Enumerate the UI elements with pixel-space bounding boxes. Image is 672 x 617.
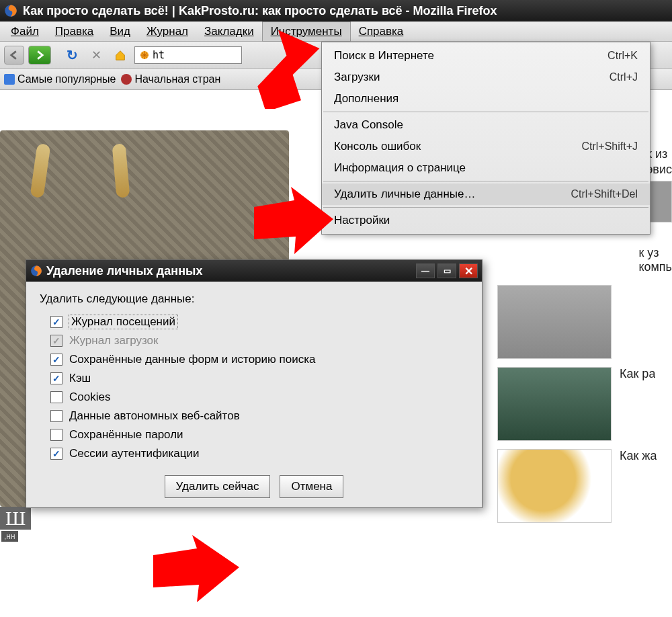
annotation-arrow-2 [254, 187, 335, 261]
checkbox-row: Журнал загрузок [40, 331, 468, 350]
bookmark-popular[interactable]: Самые популярные [4, 73, 116, 85]
dialog-title: Удаление личных данных [46, 264, 202, 278]
window-titlebar: Как просто сделать всё! | KakProsto.ru: … [0, 0, 672, 22]
checkbox-label: Сохранённые пароли [69, 428, 183, 442]
bookmark-icon [121, 74, 132, 85]
checkbox-row[interactable]: Сохранённые данные форм и историю поиска [40, 350, 468, 369]
menu-item-shortcut: Ctrl+K [607, 50, 638, 62]
menu-item-shortcut: Ctrl+Shift+Del [571, 188, 638, 200]
checkbox[interactable] [50, 391, 62, 403]
menu-item-label: Консоль ошибок [334, 140, 421, 153]
thumb-label: Как жа [620, 449, 657, 463]
menu-item[interactable]: Информация о странице [322, 157, 650, 179]
menu-item-label: Информация о странице [334, 161, 466, 175]
thumb-label: Как ра [620, 367, 655, 381]
checkbox-row[interactable]: Данные автономных веб-сайтов [40, 407, 468, 425]
checkbox-label: Данные автономных веб-сайтов [69, 409, 240, 423]
text-fragment: к уз [638, 246, 672, 260]
thumbnail[interactable] [497, 285, 612, 359]
checkbox[interactable] [50, 448, 62, 460]
annotation-arrow-1 [253, 28, 327, 109]
menu-history[interactable]: Журнал [138, 22, 196, 41]
checkbox-row[interactable]: Журнал посещений [40, 313, 468, 331]
thumbnail[interactable] [497, 367, 612, 441]
clear-private-data-dialog: Удаление личных данных — ▭ ✕ Удалить сле… [26, 259, 482, 508]
menu-item[interactable]: ЗагрузкиCtrl+J [322, 67, 650, 88]
checkbox[interactable] [50, 316, 62, 328]
menu-item-label: Дополнения [334, 92, 398, 106]
menu-item[interactable]: Консоль ошибокCtrl+Shift+J [322, 136, 650, 157]
menu-edit[interactable]: Правка [47, 22, 101, 41]
overlay-letter: Ш [0, 507, 31, 530]
checkbox[interactable] [50, 410, 62, 422]
bookmark-icon [4, 74, 15, 85]
bookmark-startpage[interactable]: Начальная стран [121, 73, 220, 85]
menu-item-label: Java Console [334, 118, 403, 132]
site-favicon-icon [139, 50, 150, 60]
menu-item[interactable]: Настройки [322, 210, 650, 231]
stop-button[interactable]: ✕ [86, 46, 106, 65]
close-button[interactable]: ✕ [459, 263, 478, 278]
checkbox-row[interactable]: Кэш [40, 369, 468, 388]
checkbox-label: Журнал загрузок [69, 334, 158, 347]
menubar: Файл Правка Вид Журнал Закладки Инструме… [0, 22, 672, 42]
menu-item[interactable]: Поиск в ИнтернетеCtrl+K [322, 45, 650, 67]
menu-item[interactable]: Удалить личные данные…Ctrl+Shift+Del [322, 183, 650, 205]
checkbox[interactable] [50, 429, 62, 441]
checkbox-row[interactable]: Сессии аутентификации [40, 444, 468, 463]
menu-item-label: Удалить личные данные… [334, 188, 476, 201]
menu-help[interactable]: Справка [351, 22, 412, 41]
checkbox[interactable] [50, 372, 62, 384]
checkbox-label: Кэш [69, 372, 91, 385]
checkbox [50, 335, 62, 347]
menu-view[interactable]: Вид [101, 22, 138, 41]
menu-file[interactable]: Файл [3, 22, 47, 41]
maximize-button[interactable]: ▭ [437, 263, 456, 278]
menu-item-label: Загрузки [334, 71, 380, 84]
checkbox-row[interactable]: Cookies [40, 388, 468, 407]
window-title: Как просто сделать всё! | KakProsto.ru: … [23, 4, 497, 18]
back-button[interactable] [4, 46, 24, 65]
tools-menu-dropdown: Поиск в ИнтернетеCtrl+KЗагрузкиCtrl+JДоп… [321, 42, 650, 235]
minimize-button[interactable]: — [416, 263, 435, 278]
svg-marker-3 [253, 28, 327, 109]
checkbox-label: Сессии аутентификации [69, 447, 199, 460]
firefox-icon [4, 4, 17, 17]
checkbox-label: Сохранённые данные форм и историю поиска [69, 353, 315, 366]
annotation-arrow-3 [153, 535, 241, 609]
checkbox-label: Cookies [69, 390, 110, 404]
cancel-button[interactable]: Отмена [280, 475, 343, 498]
text-fragment: компь [638, 260, 672, 274]
url-bar[interactable]: ht [134, 46, 242, 64]
checkbox-row[interactable]: Сохранённые пароли [40, 425, 468, 444]
clear-now-button[interactable]: Удалить сейчас [165, 475, 271, 498]
bookmark-label: Начальная стран [134, 73, 220, 85]
menu-item-label: Настройки [334, 214, 390, 227]
checkbox-label: Журнал посещений [69, 315, 177, 329]
menu-item[interactable]: Дополнения [322, 88, 650, 110]
menu-item-shortcut: Ctrl+J [610, 71, 638, 83]
home-button[interactable] [110, 46, 130, 65]
thumbnail[interactable] [497, 449, 612, 523]
bookmark-label: Самые популярные [17, 73, 116, 85]
svg-marker-4 [254, 187, 333, 254]
dialog-heading: Удалить следующие данные: [40, 292, 468, 306]
menu-item-label: Поиск в Интернете [334, 49, 434, 63]
menu-item-shortcut: Ctrl+Shift+J [581, 140, 638, 153]
menu-item[interactable]: Java Console [322, 114, 650, 136]
checkbox[interactable] [50, 354, 62, 366]
firefox-icon [30, 265, 42, 277]
tiny-caption: ,нн [1, 531, 18, 542]
menu-bookmarks[interactable]: Закладки [196, 22, 262, 41]
sidebar-thumbs: Как ра Как жа [497, 285, 672, 531]
url-text: ht [153, 49, 165, 61]
dialog-titlebar[interactable]: Удаление личных данных — ▭ ✕ [26, 260, 482, 282]
svg-marker-5 [153, 535, 239, 602]
reload-button[interactable]: ↻ [62, 46, 82, 65]
forward-button[interactable] [28, 46, 51, 65]
